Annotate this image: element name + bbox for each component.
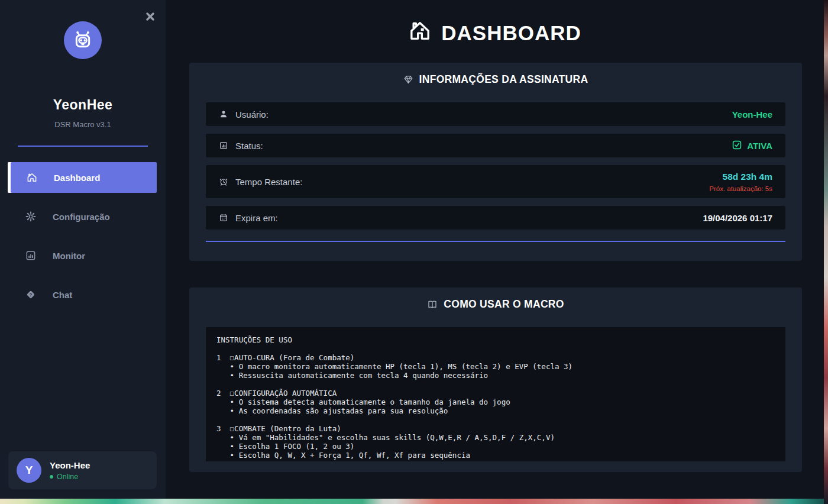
desktop-wallpaper-right xyxy=(824,0,828,504)
person-icon xyxy=(219,109,228,119)
sidebar-item-dashboard[interactable]: Dashboard xyxy=(8,162,157,193)
profile-status-label: Online xyxy=(57,473,78,481)
app-name: YeonHee xyxy=(53,97,113,113)
app-window: YeonHee DSR Macro v3.1 Dashboard xyxy=(0,0,824,499)
user-profile[interactable]: Y Yeon-Hee Online xyxy=(8,451,157,489)
app-logo xyxy=(64,21,102,59)
robot-icon xyxy=(71,27,95,53)
instructions-text: INSTRUÇÕES DE USO 1 ☐AUTO-CURA (Fora de … xyxy=(206,327,785,461)
sidebar-nav: Dashboard Configuração xyxy=(0,162,166,310)
expira-em-value: 19/04/2026 01:17 xyxy=(703,213,772,223)
sidebar-item-monitor[interactable]: Monitor xyxy=(9,240,157,271)
subscription-value-usuario: Yeon-Hee xyxy=(732,109,772,119)
svg-text:?: ? xyxy=(30,292,33,298)
howto-card: COMO USAR O MACRO INSTRUÇÕES DE USO 1 ☐A… xyxy=(189,287,802,472)
sidebar-item-label: Dashboard xyxy=(54,173,100,183)
bar-chart-icon xyxy=(24,250,37,261)
subscription-row-expira: Expira em: 19/04/2026 01:17 xyxy=(206,206,785,230)
avatar: Y xyxy=(17,458,41,483)
time-remaining: 58d 23h 4m xyxy=(709,172,772,182)
home-icon xyxy=(25,172,38,183)
gear-icon xyxy=(24,211,37,222)
close-icon xyxy=(145,12,157,21)
app-version: DSR Macro v3.1 xyxy=(54,120,111,129)
sidebar-item-label: Monitor xyxy=(53,251,85,261)
profile-name: Yeon-Hee xyxy=(50,460,90,470)
next-update: Próx. atualização: 5s xyxy=(709,185,772,192)
subscription-row-tempo: Tempo Restante: 58d 23h 4m Próx. atualiz… xyxy=(206,165,785,198)
sidebar: YeonHee DSR Macro v3.1 Dashboard xyxy=(0,0,166,499)
alarm-clock-icon xyxy=(219,177,228,186)
sidebar-item-configuracao[interactable]: Configuração xyxy=(9,201,157,232)
diamond-icon xyxy=(403,75,413,85)
tempo-restante-value: 58d 23h 4m Próx. atualização: 5s xyxy=(709,172,772,192)
page-title-text: DASHBOARD xyxy=(441,21,581,45)
subscription-card: INFORMAÇÕES DA ASSINATURA Usuário: Yeon-… xyxy=(189,63,802,261)
status-badge: ATIVA xyxy=(732,140,772,152)
page-title: DASHBOARD xyxy=(166,19,824,47)
sidebar-item-label: Configuração xyxy=(53,212,110,222)
book-icon xyxy=(427,299,438,310)
sidebar-item-label: Chat xyxy=(53,290,72,300)
sidebar-divider xyxy=(18,146,148,147)
main-content: DASHBOARD INFORMAÇÕES DA ASSINATURA xyxy=(166,0,824,499)
checkbox-check-icon xyxy=(732,140,742,152)
howto-card-title: COMO USAR O MACRO xyxy=(206,298,785,311)
card-divider xyxy=(206,241,785,242)
sidebar-item-chat[interactable]: ? Chat xyxy=(9,279,157,310)
profile-status: Online xyxy=(50,473,90,481)
bar-chart-icon xyxy=(219,141,228,150)
home-icon xyxy=(408,19,432,47)
subscription-row-usuario: Usuário: Yeon-Hee xyxy=(206,102,785,126)
calendar-icon xyxy=(219,213,228,222)
subscription-card-title: INFORMAÇÕES DA ASSINATURA xyxy=(206,73,785,86)
desktop-wallpaper-bottom xyxy=(0,499,824,504)
subscription-row-status: Status: ATIVA xyxy=(206,134,785,157)
help-diamond-icon: ? xyxy=(24,289,37,301)
close-button[interactable] xyxy=(145,11,157,22)
online-dot-icon xyxy=(50,475,53,479)
